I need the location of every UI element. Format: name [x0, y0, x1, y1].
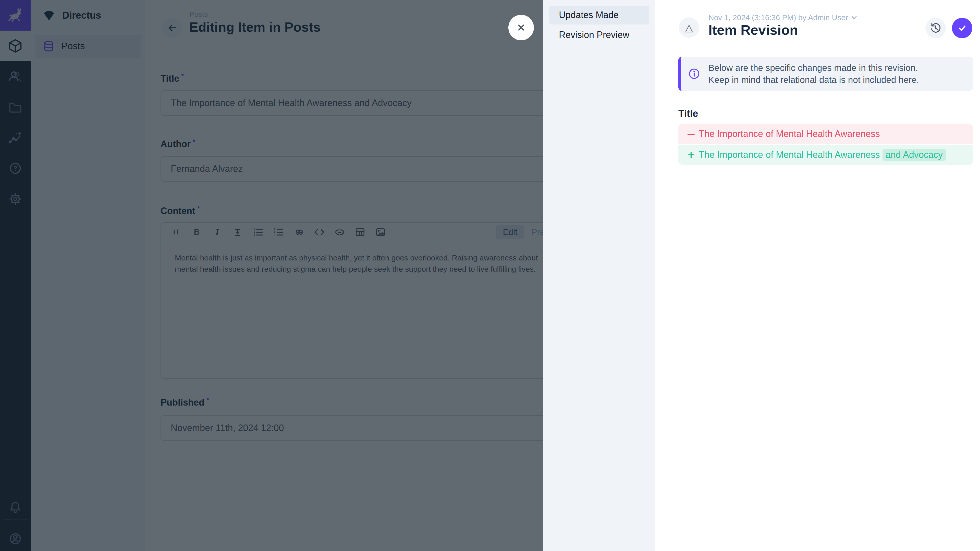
notice-text: Below are the specific changes made in t… — [708, 62, 919, 86]
plus-icon: + — [686, 148, 697, 161]
revert-history-button[interactable] — [925, 18, 946, 38]
history-icon — [930, 22, 942, 34]
drawer-main: △ Nov 1, 2024 (3:16:36 PM) by Admin User… — [655, 0, 980, 551]
drawer-tab-label: Revision Preview — [559, 30, 629, 40]
drawer-title: Item Revision — [708, 22, 798, 38]
chevron-down-icon — [852, 16, 857, 20]
diff-row-added: + The Importance of Mental Health Awaren… — [678, 145, 973, 165]
diff-added-highlight: and Advocacy — [883, 149, 946, 161]
info-icon — [688, 68, 700, 80]
close-icon — [515, 22, 527, 33]
confirm-button[interactable] — [952, 18, 972, 38]
drawer-sidebar: Updates Made Revision Preview — [543, 0, 655, 551]
drawer-tab-revision-preview[interactable]: Revision Preview — [549, 25, 649, 44]
diff-field-label: Title — [678, 108, 698, 119]
revision-meta[interactable]: Nov 1, 2024 (3:16:36 PM) by Admin User — [708, 13, 857, 22]
revision-meta-text: Nov 1, 2024 (3:16:36 PM) by Admin User — [708, 13, 848, 22]
diff-removed-text: The Importance of Mental Health Awarenes… — [699, 129, 880, 139]
change-triangle-icon: △ — [685, 22, 693, 33]
check-icon — [956, 22, 968, 34]
diff-row-removed: − The Importance of Mental Health Awaren… — [678, 124, 973, 144]
drawer-tab-label: Updates Made — [559, 10, 619, 21]
revision-notice: Below are the specific changes made in t… — [678, 57, 973, 91]
drawer-close-button[interactable] — [508, 15, 534, 40]
drawer-tab-updates-made[interactable]: Updates Made — [549, 6, 649, 24]
minus-icon: − — [686, 127, 697, 141]
revision-avatar: △ — [679, 17, 699, 38]
diff-added-text: The Importance of Mental Health Awarenes… — [699, 149, 946, 160]
